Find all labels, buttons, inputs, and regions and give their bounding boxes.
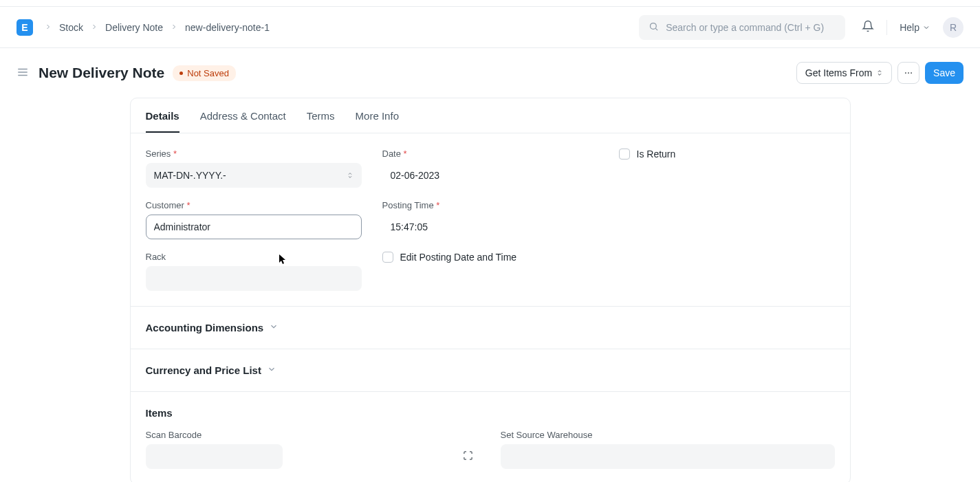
breadcrumb-item-delivery-note[interactable]: Delivery Note: [105, 22, 163, 33]
tab-address-contact[interactable]: Address & Contact: [200, 98, 286, 133]
rack-label: Rack: [146, 252, 362, 262]
scan-barcode-input[interactable]: [146, 444, 283, 469]
rack-input[interactable]: [146, 266, 362, 291]
save-button[interactable]: Save: [925, 62, 963, 84]
chevron-right-icon: [44, 22, 52, 33]
checkbox-icon: [619, 149, 630, 160]
select-arrows-icon: [347, 171, 353, 179]
help-label: Help: [900, 22, 919, 33]
search-input[interactable]: [666, 22, 836, 33]
scan-barcode-field: Scan Barcode: [146, 430, 480, 469]
posting-time-field: Posting Time 15:47:05: [382, 200, 598, 239]
navbar: E Stock Delivery Note new-delivery-note-…: [0, 7, 980, 48]
dots-icon: [904, 68, 913, 78]
search-box[interactable]: [639, 15, 845, 40]
svg-point-6: [908, 72, 909, 74]
edit-posting-checkbox[interactable]: Edit Posting Date and Time: [382, 252, 598, 263]
customer-field: Customer: [146, 200, 362, 239]
app-logo[interactable]: E: [17, 19, 33, 36]
svg-point-7: [911, 72, 912, 74]
chevron-right-icon: [170, 22, 178, 33]
set-source-warehouse-field: Set Source Warehouse: [501, 430, 835, 469]
bell-icon[interactable]: [862, 20, 874, 34]
currency-price-list-section[interactable]: Currency and Price List: [146, 364, 835, 376]
items-section-title: Items: [146, 407, 835, 419]
page-title: New Delivery Note: [39, 65, 164, 81]
accounting-dimensions-section[interactable]: Accounting Dimensions: [146, 322, 835, 333]
date-input[interactable]: 02-06-2023: [382, 163, 598, 188]
edit-posting-label: Edit Posting Date and Time: [400, 252, 517, 263]
breadcrumb-item-current: new-delivery-note-1: [185, 22, 270, 33]
svg-point-5: [905, 72, 906, 74]
tabs: Details Address & Contact Terms More Inf…: [131, 98, 850, 133]
date-label: Date: [382, 149, 598, 159]
avatar[interactable]: R: [943, 17, 963, 38]
set-source-warehouse-input[interactable]: [501, 444, 835, 469]
chevron-down-icon: [267, 364, 276, 376]
select-arrows-icon: [876, 69, 883, 77]
set-source-warehouse-label: Set Source Warehouse: [501, 430, 835, 440]
status-badge: Not Saved: [173, 65, 236, 81]
chevron-right-icon: [90, 22, 98, 33]
posting-time-input[interactable]: 15:47:05: [382, 215, 598, 239]
svg-point-0: [651, 23, 657, 29]
customer-label: Customer: [146, 200, 362, 210]
divider: [886, 20, 887, 35]
date-field: Date 02-06-2023: [382, 149, 598, 188]
chevron-down-icon: [269, 322, 279, 333]
tab-terms[interactable]: Terms: [307, 98, 335, 133]
customer-input[interactable]: [146, 215, 362, 239]
tab-more-info[interactable]: More Info: [356, 98, 399, 133]
tab-details[interactable]: Details: [146, 98, 179, 133]
scan-barcode-label: Scan Barcode: [146, 430, 480, 440]
search-icon: [649, 21, 659, 34]
breadcrumb-item-stock[interactable]: Stock: [59, 22, 83, 33]
posting-time-label: Posting Time: [382, 200, 598, 210]
is-return-label: Is Return: [637, 149, 676, 160]
get-items-from-label: Get Items From: [805, 67, 872, 78]
svg-line-1: [656, 28, 658, 30]
status-dot: [179, 72, 183, 75]
chevron-down-icon: [922, 23, 930, 32]
get-items-from-button[interactable]: Get Items From: [796, 62, 892, 84]
series-field: Series MAT-DN-.YYYY.-: [146, 149, 362, 188]
more-actions-button[interactable]: [897, 62, 919, 84]
form-container: Details Address & Contact Terms More Inf…: [130, 98, 851, 482]
series-select[interactable]: MAT-DN-.YYYY.-: [146, 163, 362, 188]
rack-field: Rack: [146, 252, 362, 291]
series-label: Series: [146, 149, 362, 159]
status-label: Not Saved: [187, 68, 229, 78]
currency-price-list-label: Currency and Price List: [146, 364, 261, 376]
accounting-dimensions-label: Accounting Dimensions: [146, 322, 264, 333]
help-dropdown[interactable]: Help: [900, 22, 930, 33]
expand-icon[interactable]: [463, 450, 473, 463]
checkbox-icon: [382, 252, 393, 263]
series-value: MAT-DN-.YYYY.-: [154, 170, 226, 181]
breadcrumb: Stock Delivery Note new-delivery-note-1: [44, 22, 270, 33]
is-return-checkbox[interactable]: Is Return: [619, 149, 835, 160]
menu-icon[interactable]: [17, 66, 29, 80]
